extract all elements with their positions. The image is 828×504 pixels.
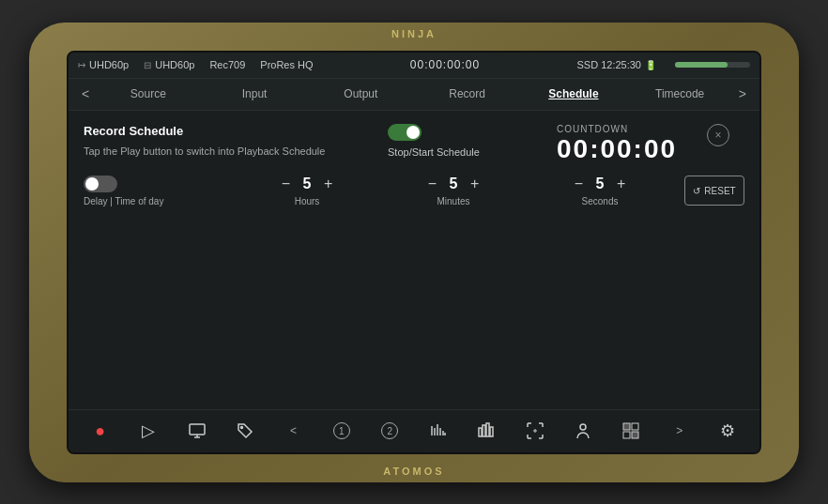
seconds-value: 5 xyxy=(592,176,607,192)
svg-rect-12 xyxy=(486,423,489,436)
seconds-decrease-button[interactable]: − xyxy=(575,176,583,191)
hours-increase-button[interactable]: + xyxy=(324,176,332,191)
hours-adjuster: − 5 + xyxy=(282,176,333,192)
zoom2-circle[interactable]: 2 xyxy=(381,422,398,439)
screen: ↦ UHD60p ⊟ UHD60p Rec709 ProRes HQ 00:00… xyxy=(67,51,761,454)
hours-label: Hours xyxy=(295,196,320,206)
start-stop-label: Stop/Start Schedule xyxy=(388,146,480,158)
hours-value: 5 xyxy=(299,176,314,192)
nav-left-icon[interactable]: < xyxy=(280,418,306,444)
settings-icon[interactable]: ⚙ xyxy=(714,418,741,444)
tab-timecode[interactable]: Timecode xyxy=(627,84,733,104)
tab-input[interactable]: Input xyxy=(201,84,307,104)
zoom1-circle[interactable]: 1 xyxy=(333,422,350,439)
svg-rect-10 xyxy=(479,428,482,436)
seconds-increase-button[interactable]: + xyxy=(617,176,625,191)
monitor-icon[interactable] xyxy=(184,418,210,444)
minutes-adjuster: − 5 + xyxy=(428,176,480,192)
delay-toggle[interactable] xyxy=(84,176,117,192)
minutes-label: Minutes xyxy=(437,196,469,206)
nav-right-icon[interactable]: > xyxy=(667,418,693,444)
tag-icon[interactable] xyxy=(232,418,258,444)
svg-point-3 xyxy=(240,427,242,429)
right-section: COUNTDOWN 00:00:00 × xyxy=(557,124,744,164)
tab-record[interactable]: Record xyxy=(414,84,520,104)
zoom2-icon[interactable]: 2 xyxy=(376,418,403,444)
device-body: NINJA ↦ UHD60p ⊟ UHD60p Rec709 ProRes HQ… xyxy=(29,23,799,482)
reset-button[interactable]: ↺ RESET xyxy=(684,176,744,206)
record-icon[interactable]: ● xyxy=(87,418,114,444)
hours-unit: − 5 + Hours xyxy=(234,176,380,206)
countdown-wrapper: COUNTDOWN 00:00:00 × xyxy=(557,124,744,164)
codec-label: ProRes HQ xyxy=(260,59,313,70)
seconds-adjuster: − 5 + xyxy=(575,176,626,192)
nav-next-arrow[interactable]: > xyxy=(733,86,752,101)
time-controls: − 5 + Hours − 5 + Minutes xyxy=(234,176,673,206)
waveform-icon[interactable] xyxy=(425,418,452,444)
start-stop-toggle[interactable] xyxy=(388,124,422,141)
timecode-display: 00:00:00:00 xyxy=(329,58,562,71)
svg-rect-28 xyxy=(632,432,638,438)
svg-rect-26 xyxy=(632,423,638,430)
play-icon[interactable]: ▷ xyxy=(135,418,161,444)
nav-prev-arrow[interactable]: < xyxy=(76,86,95,101)
storage-label: SSD 12:25:30 🔋 xyxy=(577,59,657,70)
svg-point-24 xyxy=(580,424,586,430)
output-signal: ⊟ UHD60p xyxy=(144,59,194,70)
histogram-icon[interactable] xyxy=(473,418,499,444)
brand-top: NINJA xyxy=(391,28,437,39)
minutes-value: 5 xyxy=(446,176,461,192)
hours-decrease-button[interactable]: − xyxy=(282,176,290,191)
brand-bottom: ATOMOS xyxy=(383,466,444,477)
start-stop-toggle-row xyxy=(388,124,422,141)
middle-section: Stop/Start Schedule xyxy=(388,124,538,164)
schedule-title: Record Schedule xyxy=(84,124,369,138)
storage-bar xyxy=(675,62,750,68)
pattern-icon[interactable] xyxy=(618,418,644,444)
seconds-unit: − 5 + Seconds xyxy=(527,176,673,206)
close-button[interactable]: × xyxy=(707,124,729,146)
tab-schedule[interactable]: Schedule xyxy=(520,84,626,104)
main-content: Record Schedule Tap the Play button to s… xyxy=(69,111,759,409)
minutes-decrease-button[interactable]: − xyxy=(428,176,437,191)
svg-rect-0 xyxy=(190,424,205,435)
svg-rect-25 xyxy=(623,423,630,430)
tab-output[interactable]: Output xyxy=(308,84,414,104)
seconds-label: Seconds xyxy=(582,196,619,206)
bottom-toolbar: ● ▷ < 1 2 xyxy=(69,409,759,452)
svg-rect-11 xyxy=(483,425,485,436)
schedule-desc: Tap the Play button to switch into Playb… xyxy=(84,144,369,160)
zoom1-icon[interactable]: 1 xyxy=(329,418,355,444)
svg-rect-13 xyxy=(490,427,493,436)
nav-tabs: < Source Input Output Record Schedule Ti… xyxy=(69,79,759,111)
delay-section: Delay | Time of day xyxy=(84,176,234,206)
storage-bar-fill xyxy=(675,62,728,68)
focus-assist-icon[interactable] xyxy=(522,418,548,444)
lut-label: Rec709 xyxy=(209,59,245,70)
delay-toggle-row xyxy=(84,176,234,192)
minutes-unit: − 5 + Minutes xyxy=(380,176,527,206)
bottom-controls: Delay | Time of day − 5 + Hours xyxy=(84,176,744,206)
input-signal: ↦ UHD60p xyxy=(78,59,129,70)
left-section: Record Schedule Tap the Play button to s… xyxy=(84,124,369,164)
person-icon[interactable] xyxy=(570,418,596,444)
status-bar: ↦ UHD60p ⊟ UHD60p Rec709 ProRes HQ 00:00… xyxy=(69,53,759,79)
minutes-increase-button[interactable]: + xyxy=(470,176,479,191)
svg-rect-27 xyxy=(623,432,630,438)
delay-label: Delay | Time of day xyxy=(84,196,234,206)
reset-label: RESET xyxy=(704,186,735,196)
tab-source[interactable]: Source xyxy=(95,84,201,104)
content-top: Record Schedule Tap the Play button to s… xyxy=(84,124,744,164)
